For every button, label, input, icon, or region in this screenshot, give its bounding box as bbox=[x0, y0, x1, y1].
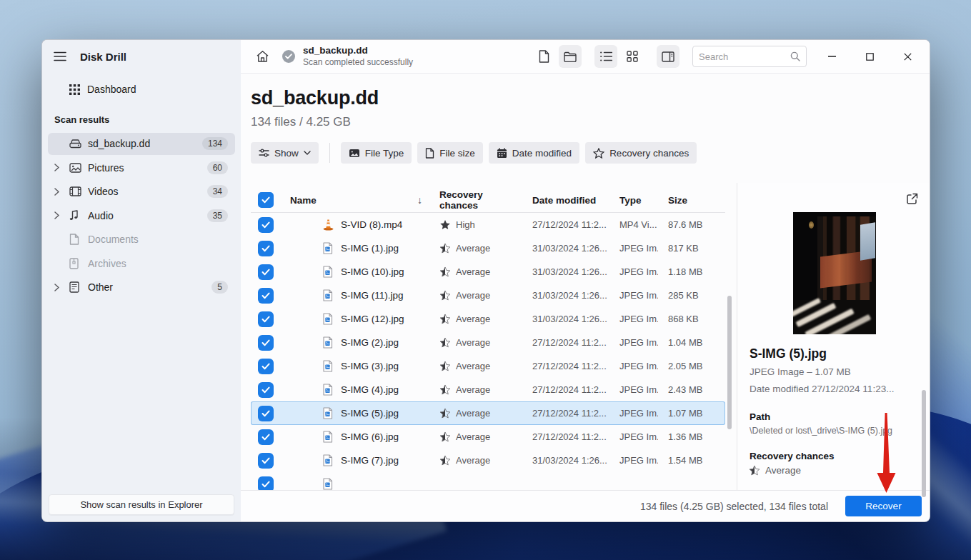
filter-chip-label: Date modified bbox=[512, 148, 572, 159]
panel-scrollbar[interactable] bbox=[922, 390, 926, 497]
main-area: sd_backup.dd Scan completed successfully bbox=[241, 40, 930, 521]
filter-chip-label: File Type bbox=[365, 148, 404, 159]
chevron-right-icon[interactable] bbox=[54, 284, 69, 291]
file-size-cell: 817 KB bbox=[658, 243, 725, 254]
chevron-right-icon[interactable] bbox=[54, 211, 69, 219]
hamburger-menu-icon[interactable] bbox=[49, 46, 71, 67]
jpeg-file-icon bbox=[322, 289, 341, 301]
table-row[interactable]: S-IMG (11).jpgAverage31/03/2024 1:26...J… bbox=[251, 284, 725, 307]
column-header-type[interactable]: Type bbox=[609, 195, 658, 206]
archives-icon bbox=[69, 258, 88, 269]
view-toolbar bbox=[532, 45, 679, 68]
sidebar-item-audio[interactable]: Audio35 bbox=[48, 204, 235, 226]
documents-icon bbox=[69, 234, 88, 245]
table-row[interactable]: S-IMG (7).jpgAverage31/03/2024 1:26...JP… bbox=[251, 449, 725, 472]
half-star-icon bbox=[439, 431, 451, 442]
jpeg-file-icon bbox=[322, 454, 341, 466]
row-checkbox[interactable] bbox=[258, 264, 274, 280]
desktop-wallpaper: Disk Drill Dashboard Scan results sd_bac… bbox=[0, 0, 971, 560]
sidebar-item-videos[interactable]: Videos34 bbox=[48, 181, 235, 203]
table-row[interactable]: S-IMG (12).jpgAverage31/03/2024 1:26...J… bbox=[251, 307, 725, 331]
jpeg-file-icon bbox=[322, 478, 341, 490]
row-checkbox[interactable] bbox=[258, 453, 274, 469]
filter-date-modified-button[interactable]: Date modified bbox=[489, 142, 579, 164]
row-checkbox[interactable] bbox=[258, 382, 274, 398]
recovery-chance-text: Average bbox=[456, 408, 490, 419]
row-checkbox[interactable] bbox=[258, 241, 274, 256]
file-size-cell: 1.04 MB bbox=[658, 337, 725, 348]
row-checkbox[interactable] bbox=[258, 335, 274, 351]
search-input[interactable] bbox=[699, 51, 790, 62]
maximize-button[interactable] bbox=[860, 47, 879, 66]
close-button[interactable] bbox=[898, 47, 917, 66]
file-count-badge: 5 bbox=[211, 281, 228, 294]
show-scan-results-in-explorer-button[interactable]: Show scan results in Explorer bbox=[49, 494, 234, 515]
star-icon bbox=[593, 148, 604, 159]
folder-icon-button[interactable] bbox=[559, 45, 582, 68]
sidebar-item-dashboard[interactable]: Dashboard bbox=[48, 79, 235, 100]
table-row-selected[interactable]: S-IMG (5).jpgAverage27/12/2024 11:2...JP… bbox=[251, 401, 725, 425]
half-star-icon bbox=[439, 384, 451, 395]
file-type-cell: JPEG Im... bbox=[609, 337, 658, 348]
recovery-chance-text: Average bbox=[456, 361, 490, 371]
table-row[interactable]: S-IMG (6).jpgAverage27/12/2024 11:2...JP… bbox=[251, 425, 725, 449]
table-row[interactable]: S-VID (8).mp4High27/12/2024 11:2...MP4 V… bbox=[251, 213, 725, 236]
select-all-checkbox[interactable] bbox=[258, 192, 274, 208]
table-row[interactable] bbox=[251, 472, 725, 490]
column-header-size[interactable]: Size bbox=[658, 195, 725, 206]
half-star-icon bbox=[749, 465, 760, 476]
external-link-icon[interactable] bbox=[903, 190, 920, 207]
show-filter-button[interactable]: Show bbox=[251, 142, 319, 164]
row-checkbox[interactable] bbox=[258, 217, 274, 233]
date-modified-cell: 31/03/2024 1:26... bbox=[522, 243, 609, 254]
table-row[interactable]: S-IMG (2).jpgAverage27/12/2024 11:2...JP… bbox=[251, 331, 725, 354]
scan-summary: sd_backup.dd 134 files / 4.25 GB Show Fi… bbox=[241, 74, 930, 183]
date-modified-cell: 27/12/2024 11:2... bbox=[522, 337, 609, 348]
filter-recovery-chances-button[interactable]: Recovery chances bbox=[585, 142, 697, 164]
file-type-cell: JPEG Im... bbox=[609, 455, 658, 466]
row-checkbox[interactable] bbox=[258, 311, 274, 327]
minimize-button[interactable] bbox=[822, 47, 841, 66]
date-modified-cell: 27/12/2024 11:2... bbox=[522, 408, 609, 419]
filter-file-size-button[interactable]: File size bbox=[417, 142, 483, 164]
file-size-cell: 1.07 MB bbox=[658, 408, 725, 419]
chevron-right-icon[interactable] bbox=[54, 188, 69, 196]
sort-down-arrow-icon[interactable]: ↓ bbox=[417, 194, 422, 206]
home-button[interactable] bbox=[251, 45, 274, 68]
column-header-recovery-chances[interactable]: Recovery chances bbox=[429, 189, 522, 211]
filter-file-type-button[interactable]: File Type bbox=[341, 142, 412, 164]
file-name: S-IMG (7).jpg bbox=[341, 455, 429, 466]
half-star-icon bbox=[439, 290, 451, 301]
grid-view-icon-button[interactable] bbox=[621, 45, 644, 68]
recover-button[interactable]: Recover bbox=[845, 496, 922, 516]
jpeg-file-icon bbox=[322, 266, 341, 278]
column-header-date-modified[interactable]: Date modified bbox=[522, 195, 609, 206]
file-name: S-IMG (4).jpg bbox=[341, 384, 429, 395]
scan-status-block: sd_backup.dd Scan completed successfully bbox=[303, 45, 413, 69]
row-checkbox[interactable] bbox=[258, 429, 274, 445]
date-modified-cell: 31/03/2024 1:26... bbox=[522, 455, 609, 466]
preview-recovery-chances-value: Average bbox=[749, 465, 801, 476]
list-view-icon-button[interactable] bbox=[594, 45, 617, 68]
recovery-chance-cell: Average bbox=[429, 266, 522, 277]
table-row[interactable]: S-IMG (4).jpgAverage27/12/2024 11:2...JP… bbox=[251, 378, 725, 401]
file-type-cell: JPEG Im... bbox=[609, 408, 658, 419]
row-checkbox[interactable] bbox=[258, 288, 274, 304]
table-row[interactable]: S-IMG (3).jpgAverage27/12/2024 11:2...JP… bbox=[251, 354, 725, 378]
row-checkbox[interactable] bbox=[258, 406, 274, 421]
row-checkbox[interactable] bbox=[258, 476, 274, 491]
table-scrollbar[interactable] bbox=[727, 296, 732, 429]
date-modified-cell: 27/12/2024 11:2... bbox=[522, 219, 609, 230]
table-row[interactable]: S-IMG (1).jpgAverage31/03/2024 1:26...JP… bbox=[251, 236, 725, 260]
preview-panel-icon-button[interactable] bbox=[657, 45, 679, 68]
dashboard-grid-icon bbox=[69, 84, 80, 95]
sidebar-item-other[interactable]: Other5 bbox=[48, 276, 235, 299]
sidebar-item-sd-backup[interactable]: sd_backup.dd134 bbox=[48, 133, 235, 155]
row-checkbox[interactable] bbox=[258, 359, 274, 374]
sidebar-item-pictures[interactable]: Pictures60 bbox=[48, 156, 235, 179]
sidebar-item-archives: Archives bbox=[48, 252, 235, 274]
column-header-name[interactable]: Name bbox=[290, 195, 317, 206]
chevron-right-icon[interactable] bbox=[54, 164, 69, 171]
table-row[interactable]: S-IMG (10).jpgAverage31/03/2024 1:26...J… bbox=[251, 260, 725, 284]
file-icon-button[interactable] bbox=[532, 45, 555, 68]
